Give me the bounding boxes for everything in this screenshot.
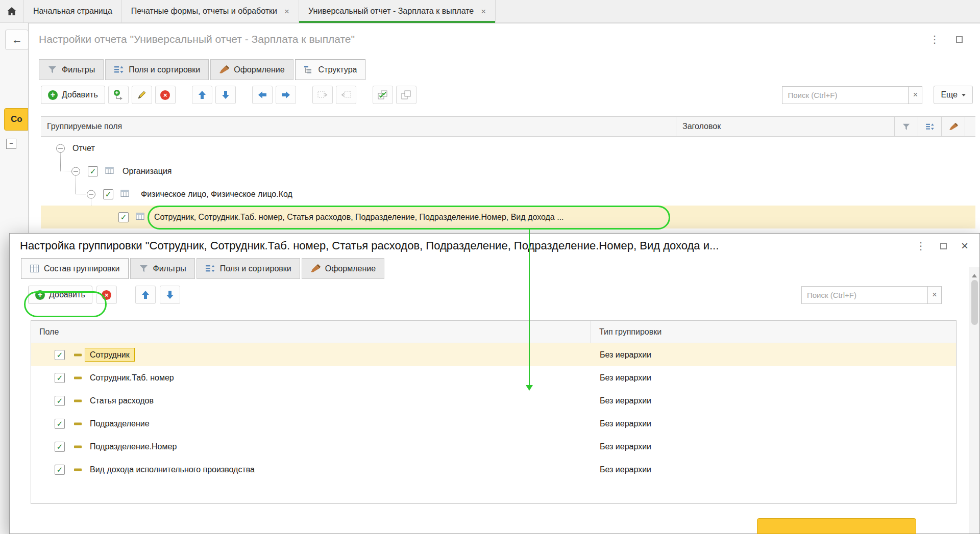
tab-label: Печатные формы, отчеты и обработки — [131, 7, 277, 16]
window-menu-icon[interactable]: ⋮ — [916, 240, 926, 252]
move-left-button[interactable] — [252, 86, 273, 104]
delete-button[interactable] — [155, 86, 176, 104]
tree-row-individual[interactable]: Физическое лицо, Физическое лицо.Код — [41, 183, 975, 206]
group-type-value[interactable]: Без иерархии — [600, 350, 651, 360]
filter-icon — [47, 65, 57, 74]
collapse-icon[interactable] — [71, 167, 80, 175]
checkbox-checked[interactable] — [55, 465, 65, 475]
group-icon — [317, 90, 328, 100]
screen: Начальная страница Печатные формы, отчет… — [0, 0, 980, 534]
close-icon[interactable]: × — [481, 7, 486, 16]
move-up-button[interactable] — [192, 86, 212, 104]
checkbox-checked[interactable] — [88, 166, 98, 176]
group-type-value[interactable]: Без иерархии — [600, 373, 651, 383]
arrow-down-icon — [220, 90, 231, 100]
collapse-icon[interactable] — [56, 144, 65, 152]
dialog-toolbar: Добавить × — [10, 282, 979, 308]
maximize-icon[interactable] — [956, 36, 963, 43]
vertical-scrollbar[interactable] — [969, 267, 979, 533]
search-input[interactable] — [782, 86, 909, 104]
field-item-icon — [74, 445, 82, 448]
checkbox-checked[interactable] — [55, 419, 65, 429]
grouping-table-header: Поле Тип группировки — [31, 321, 956, 343]
scrollbar-thumb[interactable] — [971, 280, 978, 325]
move-down-button[interactable] — [215, 86, 236, 104]
field-item-icon — [74, 399, 82, 402]
tab-appearance[interactable]: Оформление — [210, 59, 293, 80]
grid-icon — [30, 264, 39, 273]
checkbox-checked[interactable] — [55, 373, 65, 383]
grouping-row[interactable]: Сотрудник.Таб. номер Без иерархии — [31, 366, 956, 389]
checkbox-checked[interactable] — [55, 350, 65, 360]
tree-row-report[interactable]: Отчет — [41, 137, 975, 160]
column-filter[interactable] — [894, 117, 918, 136]
delete-icon — [160, 90, 170, 100]
tab-filters[interactable]: Фильтры — [130, 258, 195, 279]
grouping-row[interactable]: Статья расходов Без иерархии — [31, 389, 956, 412]
scroll-up-icon[interactable] — [972, 271, 977, 277]
grouping-settings-dialog: Настройка группировки "Сотрудник, Сотруд… — [9, 233, 980, 534]
checkbox-checked[interactable] — [55, 396, 65, 406]
window-menu-icon[interactable]: ⋮ — [929, 33, 940, 45]
uncheck-all-button[interactable] — [396, 86, 416, 104]
column-sorting[interactable] — [918, 117, 941, 136]
grouping-row[interactable]: Подразделение Без иерархии — [31, 412, 956, 435]
maximize-icon[interactable] — [940, 243, 947, 249]
tab-grouping-content[interactable]: Состав группировки — [21, 258, 129, 279]
search-clear-button[interactable]: × — [927, 286, 942, 304]
column-field[interactable]: Поле — [31, 321, 591, 343]
add-button[interactable]: Добавить — [28, 286, 92, 304]
tab-print-forms[interactable]: Печатные формы, отчеты и обработки × — [122, 0, 299, 22]
column-header[interactable]: Заголовок — [676, 117, 894, 136]
tab-filters[interactable]: Фильтры — [39, 59, 104, 80]
group-type-value[interactable]: Без иерархии — [600, 442, 651, 451]
add-nested-group-button[interactable] — [108, 86, 129, 104]
tab-universal-report[interactable]: Универсальный отчет - Зарплата к выплате… — [299, 0, 496, 22]
grouping-row[interactable]: Подразделение.Номер Без иерархии — [31, 435, 956, 458]
tab-home-page[interactable]: Начальная страница — [23, 0, 122, 22]
brush-icon — [219, 65, 229, 74]
close-icon[interactable]: × — [284, 7, 289, 16]
primary-action-button-partial[interactable] — [757, 518, 916, 534]
move-right-button[interactable] — [276, 86, 296, 104]
group-button-disabled[interactable] — [312, 86, 333, 104]
checkbox-checked[interactable] — [55, 442, 65, 452]
delete-button[interactable] — [96, 286, 117, 304]
edit-button[interactable] — [132, 86, 152, 104]
check-all-button[interactable] — [373, 86, 393, 104]
column-group-type[interactable]: Тип группировки — [591, 321, 956, 343]
collapse-icon[interactable] — [87, 190, 95, 198]
back-button[interactable]: ← — [5, 30, 29, 50]
sort-icon — [205, 264, 215, 273]
move-down-button[interactable] — [160, 286, 180, 304]
tree-row-employee-selected[interactable]: Сотрудник, Сотрудник.Таб. номер, Статья … — [41, 206, 975, 228]
ungroup-button-disabled[interactable] — [336, 86, 356, 104]
home-icon[interactable] — [0, 0, 23, 22]
tab-fields-sorting[interactable]: Поля и сортировки — [197, 258, 300, 279]
tree-row-organization[interactable]: Организация — [41, 160, 975, 183]
grouping-row[interactable]: Вид дохода исполнительного производства … — [31, 458, 956, 481]
brush-icon — [310, 264, 321, 273]
add-button[interactable]: Добавить — [41, 86, 105, 104]
checkbox-checked[interactable] — [118, 212, 129, 222]
checkbox-checked[interactable] — [103, 189, 113, 199]
grouping-row-selected[interactable]: Сотрудник Без иерархии — [31, 343, 956, 366]
column-appearance[interactable] — [941, 117, 965, 136]
group-type-value[interactable]: Без иерархии — [600, 465, 651, 474]
group-type-value[interactable]: Без иерархии — [600, 419, 651, 428]
search-clear-button[interactable]: × — [908, 86, 922, 104]
tab-label: Начальная страница — [33, 7, 112, 16]
tab-structure[interactable]: Структура — [295, 59, 366, 80]
generate-button-partial[interactable]: Со — [4, 108, 28, 131]
tab-appearance[interactable]: Оформление — [302, 258, 384, 279]
tab-fields-sorting[interactable]: Поля и сортировки — [105, 59, 209, 80]
column-grouped-fields[interactable]: Группируемые поля — [41, 117, 676, 136]
collapse-icon[interactable]: − — [6, 139, 16, 149]
move-up-button[interactable] — [135, 286, 156, 304]
dialog-titlebar: Настройка группировки "Сотрудник, Сотруд… — [10, 234, 979, 258]
more-button[interactable]: Еще — [934, 86, 973, 104]
search-input[interactable] — [801, 286, 928, 304]
close-icon[interactable]: × — [961, 240, 968, 252]
focused-cell[interactable]: Сотрудник — [85, 348, 135, 362]
group-type-value[interactable]: Без иерархии — [600, 396, 651, 405]
